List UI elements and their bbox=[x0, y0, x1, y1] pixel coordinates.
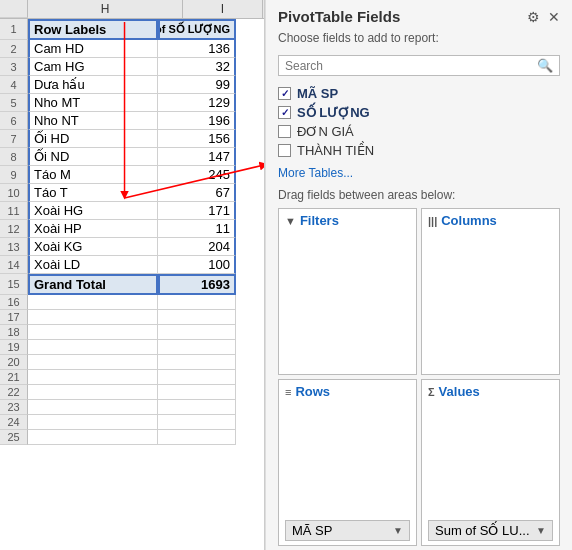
chip-dropdown-icon[interactable]: ▼ bbox=[393, 525, 403, 536]
field-label-don_gia: ĐƠN GIÁ bbox=[297, 124, 354, 139]
empty-row: 20 bbox=[0, 355, 264, 370]
empty-cell bbox=[158, 325, 236, 340]
field-item-don_gia[interactable]: ĐƠN GIÁ bbox=[278, 122, 560, 141]
row-num: 2 bbox=[0, 40, 28, 58]
table-row: 9 Táo M 245 bbox=[0, 166, 264, 184]
chip-dropdown-icon[interactable]: ▼ bbox=[536, 525, 546, 536]
row-label: Cam HD bbox=[28, 40, 158, 58]
row-label: Ổi ND bbox=[28, 148, 158, 166]
row-value: 32 bbox=[158, 58, 236, 76]
field-checkbox-don_gia[interactable] bbox=[278, 125, 291, 138]
row-num: 16 bbox=[0, 295, 28, 310]
row-num: 17 bbox=[0, 310, 28, 325]
row-label: Xoài KG bbox=[28, 238, 158, 256]
area-label-columns: Columns bbox=[441, 213, 497, 228]
row-num: 12 bbox=[0, 220, 28, 238]
area-label-rows: Rows bbox=[295, 384, 330, 399]
field-item-thanh_tien[interactable]: THÀNH TIỀN bbox=[278, 141, 560, 160]
row-num: 19 bbox=[0, 340, 28, 355]
empty-cell bbox=[28, 385, 158, 400]
row-value: 196 bbox=[158, 112, 236, 130]
empty-cell bbox=[158, 415, 236, 430]
area-header-values: Σ Values bbox=[428, 384, 553, 399]
row-value: 204 bbox=[158, 238, 236, 256]
table-row: 2 Cam HD 136 bbox=[0, 40, 264, 58]
close-icon[interactable]: ✕ bbox=[548, 9, 560, 25]
row-value: 171 bbox=[158, 202, 236, 220]
table-row: 3 Cam HG 32 bbox=[0, 58, 264, 76]
empty-cell bbox=[28, 355, 158, 370]
col-header-h: H bbox=[28, 0, 183, 18]
panel-header: PivotTable Fields ⚙ ✕ bbox=[266, 0, 572, 29]
pivot-header-row: 1 Row Labels Sum of SỐ LƯỢNG bbox=[0, 19, 264, 40]
row-value: 99 bbox=[158, 76, 236, 94]
row-label: Cam HG bbox=[28, 58, 158, 76]
row-label: Táo T bbox=[28, 184, 158, 202]
area-icon-filters: ▼ bbox=[285, 215, 296, 227]
grand-total-row: 15 Grand Total 1693 bbox=[0, 274, 264, 295]
field-checkbox-thanh_tien[interactable] bbox=[278, 144, 291, 157]
field-checkbox-ma_sp[interactable]: ✓ bbox=[278, 87, 291, 100]
panel-header-icons: ⚙ ✕ bbox=[527, 9, 560, 25]
empty-cell bbox=[28, 400, 158, 415]
empty-cell bbox=[158, 355, 236, 370]
drag-section-label: Drag fields between areas below: bbox=[266, 184, 572, 204]
row-value: 156 bbox=[158, 130, 236, 148]
empty-cell bbox=[28, 370, 158, 385]
empty-row: 17 bbox=[0, 310, 264, 325]
table-row: 8 Ổi ND 147 bbox=[0, 148, 264, 166]
row-num: 14 bbox=[0, 256, 28, 274]
field-label-ma_sp: MÃ SP bbox=[297, 86, 338, 101]
area-icon-columns: ||| bbox=[428, 215, 437, 227]
empty-row: 22 bbox=[0, 385, 264, 400]
empty-cell bbox=[28, 430, 158, 445]
row-value: 129 bbox=[158, 94, 236, 112]
search-row: 🔍 bbox=[278, 55, 560, 76]
table-row: 14 Xoài LD 100 bbox=[0, 256, 264, 274]
empty-cell bbox=[158, 340, 236, 355]
row-label: Xoài LD bbox=[28, 256, 158, 274]
area-values: Σ Values Sum of SỐ LU... ▼ bbox=[421, 379, 560, 546]
empty-row: 18 bbox=[0, 325, 264, 340]
row-num: 18 bbox=[0, 325, 28, 340]
areas-grid: ▼ Filters ||| Columns ≡ Rows MÃ SP ▼ Σ V… bbox=[266, 204, 572, 550]
table-row: 7 Ổi HD 156 bbox=[0, 130, 264, 148]
row-num: 20 bbox=[0, 355, 28, 370]
table-row: 10 Táo T 67 bbox=[0, 184, 264, 202]
pivot-panel: PivotTable Fields ⚙ ✕ Choose fields to a… bbox=[265, 0, 572, 550]
pivot-header-value: Sum of SỐ LƯỢNG bbox=[158, 19, 236, 40]
area-label-filters: Filters bbox=[300, 213, 339, 228]
empty-cell bbox=[158, 400, 236, 415]
row-label: Nho MT bbox=[28, 94, 158, 112]
field-item-so_luong[interactable]: ✓ SỐ LƯỢNG bbox=[278, 103, 560, 122]
empty-cell bbox=[158, 430, 236, 445]
area-header-columns: ||| Columns bbox=[428, 213, 553, 228]
gear-icon[interactable]: ⚙ bbox=[527, 9, 540, 25]
table-row: 12 Xoài HP 11 bbox=[0, 220, 264, 238]
row-num: 3 bbox=[0, 58, 28, 76]
empty-row: 19 bbox=[0, 340, 264, 355]
area-chip-rows[interactable]: MÃ SP ▼ bbox=[285, 520, 410, 541]
col-header-i: I bbox=[183, 0, 263, 18]
panel-subtitle: Choose fields to add to report: bbox=[266, 29, 572, 51]
row-num: 7 bbox=[0, 130, 28, 148]
field-item-ma_sp[interactable]: ✓ MÃ SP bbox=[278, 84, 560, 103]
table-row: 5 Nho MT 129 bbox=[0, 94, 264, 112]
more-tables-link[interactable]: More Tables... bbox=[266, 164, 572, 184]
area-header-rows: ≡ Rows bbox=[285, 384, 410, 399]
fields-list: ✓ MÃ SP ✓ SỐ LƯỢNG ĐƠN GIÁ THÀNH TIỀN bbox=[266, 80, 572, 164]
row-num: 8 bbox=[0, 148, 28, 166]
area-chip-values[interactable]: Sum of SỐ LU... ▼ bbox=[428, 520, 553, 541]
area-icon-values: Σ bbox=[428, 386, 435, 398]
empty-rows: 16 17 18 19 20 21 22 23 bbox=[0, 295, 264, 445]
row-num: 6 bbox=[0, 112, 28, 130]
area-header-filters: ▼ Filters bbox=[285, 213, 410, 228]
empty-row: 23 bbox=[0, 400, 264, 415]
field-label-so_luong: SỐ LƯỢNG bbox=[297, 105, 370, 120]
area-columns: ||| Columns bbox=[421, 208, 560, 375]
row-num: 10 bbox=[0, 184, 28, 202]
row-label: Xoài HG bbox=[28, 202, 158, 220]
field-checkbox-so_luong[interactable]: ✓ bbox=[278, 106, 291, 119]
search-input[interactable] bbox=[285, 59, 533, 73]
grand-total-rownum: 15 bbox=[0, 274, 28, 295]
